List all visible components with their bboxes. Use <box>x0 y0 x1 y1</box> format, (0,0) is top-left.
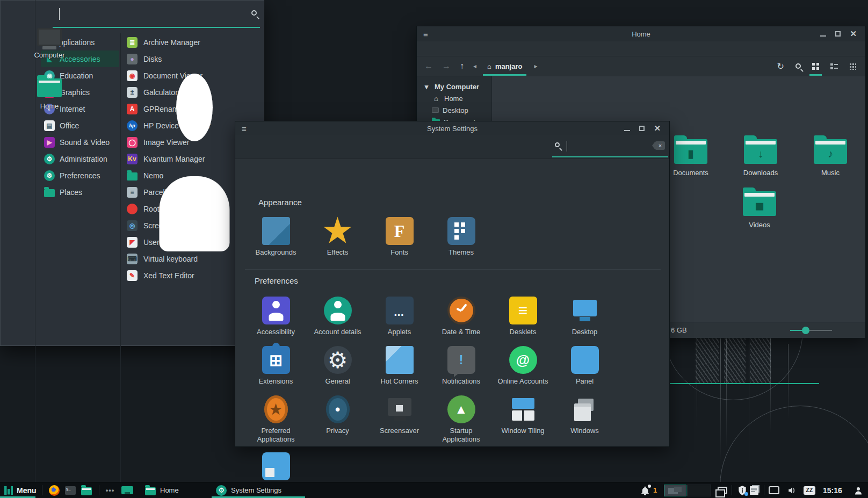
firewall-tray-item[interactable] <box>738 482 747 498</box>
settings-item[interactable]: ⊞ Extensions <box>245 346 307 386</box>
settings-item[interactable]: Screensaver <box>368 395 430 443</box>
favorite-app[interactable] <box>10 20 26 37</box>
menu-button[interactable]: Menu <box>0 482 39 498</box>
settings-item[interactable]: ≡ Desklets <box>492 297 554 336</box>
sidebar-item[interactable]: Desktop <box>417 104 491 116</box>
grid-view-button[interactable] <box>811 56 821 76</box>
settings-item[interactable]: Account details <box>307 297 368 336</box>
close-button[interactable]: ✕ <box>850 31 857 37</box>
minimize-button[interactable] <box>624 130 630 131</box>
file-item[interactable]: ↓ Downloads <box>726 134 795 177</box>
minimize-button[interactable] <box>820 35 826 37</box>
inhibit-sleep-tray-item[interactable]: zz <box>804 482 815 498</box>
favorite-app[interactable] <box>10 131 26 147</box>
hamburger-menu-icon[interactable]: ≡ <box>242 124 247 133</box>
favorite-app[interactable] <box>10 74 26 90</box>
breadcrumb-left-chevron-icon[interactable]: ◂ <box>473 62 476 70</box>
fonts-icon: F <box>386 217 414 245</box>
window-list-button[interactable]: ⚙ System Settings <box>211 482 306 498</box>
session-button[interactable] <box>10 263 26 279</box>
window-list-button[interactable]: Home <box>140 482 207 498</box>
show-desktop-applet[interactable] <box>120 482 134 498</box>
workspace-switcher-1[interactable] <box>664 482 686 498</box>
app-item[interactable]: ≣ Archive Manager <box>127 34 262 50</box>
maximize-button[interactable] <box>639 126 645 131</box>
compact-view-icon <box>849 63 856 70</box>
favorite-app[interactable] <box>10 102 26 118</box>
settings-item[interactable]: ▲ Startup Applications <box>430 395 492 443</box>
settings-item[interactable]: Windows <box>554 395 616 443</box>
expo-applet[interactable] <box>718 482 727 498</box>
breadcrumb-home-button[interactable]: ⌂ manjaro <box>481 56 529 76</box>
file-manager-titlebar[interactable]: Home ≡ ✕ <box>417 26 865 41</box>
settings-item[interactable]: Window Tiling <box>492 395 554 443</box>
file-item[interactable]: ▣ Pictures <box>865 134 868 177</box>
category-item[interactable]: ⚙ Administration <box>41 150 119 167</box>
clipboard-tray-item[interactable] <box>750 482 758 498</box>
monitor-icon <box>769 486 779 494</box>
settings-item-label: Desklets <box>493 328 553 336</box>
grid-view-icon <box>812 63 819 70</box>
search-button[interactable] <box>794 56 802 76</box>
reload-button[interactable]: ↻ <box>776 56 786 76</box>
settings-item[interactable]: Backgrounds <box>245 217 307 257</box>
panel-applet-dots[interactable]: ••• <box>103 482 117 498</box>
workspace-switcher-2[interactable] <box>687 482 711 498</box>
favorite-app[interactable] <box>10 48 26 64</box>
settings-item[interactable]: Accessibility <box>245 297 307 336</box>
up-icon[interactable]: ↑ <box>460 61 464 71</box>
wallpaper-line <box>697 338 697 430</box>
settings-item[interactable]: ⚙ General <box>307 346 368 386</box>
wallpaper-line <box>770 338 771 432</box>
category-item[interactable]: Places <box>41 184 119 200</box>
breadcrumb-right-chevron-icon[interactable]: ▸ <box>534 62 537 70</box>
maximize-button[interactable] <box>835 31 841 37</box>
settings-item[interactable]: F Fonts <box>368 217 430 257</box>
clear-search-icon[interactable]: × <box>655 141 665 150</box>
accessibility-icon <box>262 297 290 324</box>
user-tray-item[interactable] <box>853 482 863 498</box>
settings-item[interactable]: ! Notifications <box>430 346 492 386</box>
appearance-row: Backgrounds ★ Effects F Fonts Themes <box>245 217 492 257</box>
volume-tray-item[interactable] <box>787 482 797 498</box>
settings-item[interactable]: Hot Corners <box>368 346 430 386</box>
back-icon[interactable]: ← <box>424 61 433 71</box>
zoom-slider[interactable] <box>790 330 832 331</box>
file-item[interactable]: ◼ Videos <box>725 186 794 229</box>
sidebar-item[interactable]: ⌂ Home <box>417 92 491 104</box>
desktop-icon[interactable]: Computer <box>31 28 68 59</box>
close-button[interactable]: ✕ <box>654 126 661 131</box>
list-view-button[interactable] <box>829 56 840 76</box>
settings-item[interactable]: @ Online Accounts <box>492 346 554 386</box>
session-button[interactable] <box>10 235 26 251</box>
session-button[interactable] <box>10 291 26 307</box>
settings-item-label: General <box>308 377 368 386</box>
settings-item[interactable]: Desktop <box>554 297 616 336</box>
files-launcher[interactable] <box>79 482 93 498</box>
sidebar-item[interactable]: ▾ My Computer <box>417 81 491 92</box>
compact-view-button[interactable] <box>848 56 858 76</box>
hot-corners-icon <box>386 346 414 374</box>
settings-item[interactable]: ▪▪▪ Applets <box>368 297 430 336</box>
forward-icon[interactable]: → <box>442 61 451 71</box>
desktop-icon[interactable]: Home <box>31 75 68 110</box>
settings-item[interactable]: Themes <box>430 217 492 257</box>
settings-item[interactable]: Date & Time <box>430 297 492 336</box>
app-item[interactable]: ● Disks <box>127 50 262 67</box>
settings-item[interactable]: ★ Preferred Applications <box>245 395 307 443</box>
settings-item[interactable]: ★ Effects <box>307 217 368 257</box>
taskbar-separator <box>764 485 764 495</box>
system-settings-titlebar[interactable]: System Settings ≡ ✕ <box>235 121 669 135</box>
settings-item[interactable]: Panel <box>554 346 616 386</box>
notifications-applet[interactable] <box>640 482 650 498</box>
clock[interactable]: 15:16 <box>823 482 842 498</box>
hamburger-menu-icon[interactable]: ≡ <box>423 30 428 39</box>
file-item[interactable]: ♪ Music <box>795 134 865 177</box>
display-tray-item[interactable] <box>769 482 779 498</box>
category-item[interactable]: ⚙ Preferences <box>41 167 119 184</box>
category-item[interactable]: ▶ Sound & Video <box>41 134 119 150</box>
settings-item[interactable]: • Privacy <box>307 395 368 443</box>
settings-item-label: Notifications <box>431 377 491 386</box>
terminal-launcher[interactable]: $_ <box>63 482 77 498</box>
firefox-launcher[interactable] <box>47 482 61 498</box>
